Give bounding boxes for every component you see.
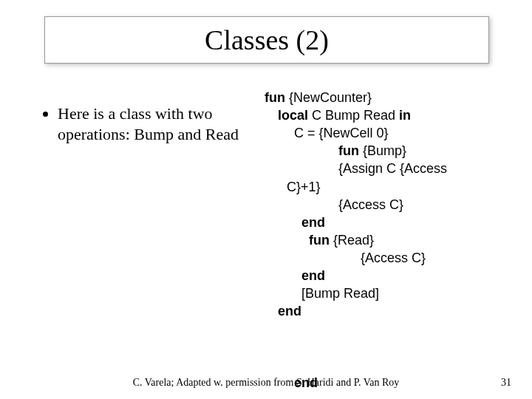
code-text: [Bump Read]: [301, 286, 379, 301]
code-block: fun {NewCounter} local C Bump Read in C …: [265, 89, 516, 320]
kw-end: end: [301, 215, 325, 230]
code-text: {Bump}: [359, 143, 406, 158]
code-text: {Access C}: [361, 250, 426, 265]
code-text: {Read}: [330, 233, 374, 248]
code-text: C = {NewCell 0}: [294, 126, 389, 140]
kw-end: end: [278, 304, 301, 318]
slide-title: Classes (2): [205, 24, 329, 55]
bullet-item: Here is a class with two operations: Bum…: [58, 103, 262, 145]
code-text: {NewCounter}: [285, 90, 372, 105]
page-number: 31: [501, 377, 511, 389]
footer-credit: C. Varela; Adapted w. permission from S.…: [103, 377, 429, 389]
kw-in: in: [399, 108, 411, 123]
title-box: Classes (2): [44, 16, 489, 64]
kw-fun: fun: [265, 90, 285, 105]
kw-end: end: [301, 268, 325, 283]
code-text: {Access C}: [338, 197, 403, 212]
kw-fun: fun: [309, 233, 330, 248]
bullet-area: Here is a class with two operations: Bum…: [40, 103, 262, 145]
kw-local: local: [278, 108, 308, 123]
code-text: C Bump Read: [308, 108, 399, 123]
code-text: C}+1}: [287, 180, 321, 194]
code-text: {Assign C {Access: [338, 161, 447, 176]
kw-fun: fun: [338, 143, 359, 158]
